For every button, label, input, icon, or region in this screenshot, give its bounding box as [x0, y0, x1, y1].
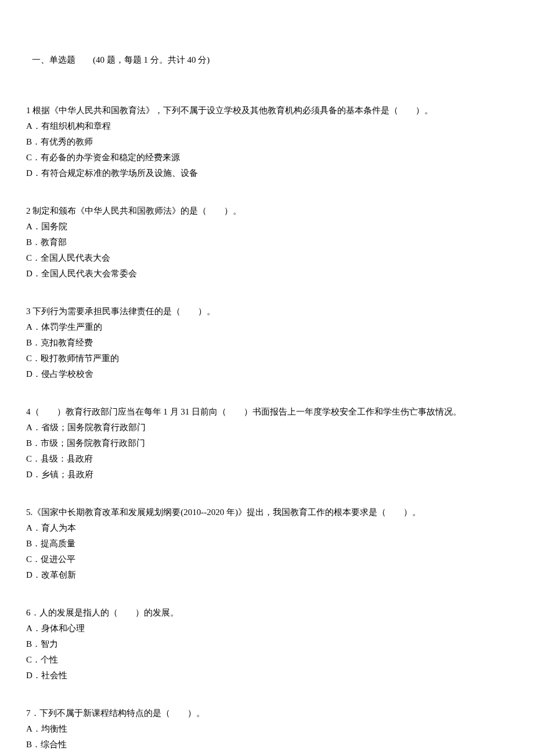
question-option: A．体罚学生严重的 — [26, 319, 508, 335]
question-option: B．克扣教育经费 — [26, 335, 508, 351]
question-option: B．智力 — [26, 636, 508, 652]
question-stem: 3 下列行为需要承担民事法律责任的是（ ）。 — [26, 304, 508, 319]
question-option: B．教育部 — [26, 235, 508, 250]
question-stem: 7．下列不属于新课程结构特点的是（ ）。 — [26, 705, 508, 721]
question-option: A．国务院 — [26, 219, 508, 235]
question-stem: 6．人的发展是指人的（ ）的发展。 — [26, 605, 508, 621]
question-option: A．有组织机构和章程 — [26, 118, 508, 134]
question-1: 1 根据《中华人民共和国教育法》，下列不属于设立学校及其他教育机构必须具备的基本… — [26, 103, 508, 181]
question-option: B．有优秀的教师 — [26, 134, 508, 150]
question-option: D．社会性 — [26, 668, 508, 683]
question-option: C．有必备的办学资金和稳定的经费来源 — [26, 150, 508, 165]
question-option: A．育人为本 — [26, 520, 508, 536]
question-5: 5.《国家中长期教育改革和发展规划纲要(2010--2020 年)》提出，我国教… — [26, 505, 508, 583]
question-6: 6．人的发展是指人的（ ）的发展。 A．身体和心理 B．智力 C．个性 D．社会… — [26, 605, 508, 683]
question-stem: 4（ ）教育行政部门应当在每年 1 月 31 日前向（ ）书面报告上一年度学校安… — [26, 404, 508, 420]
question-option: C．个性 — [26, 652, 508, 668]
question-4: 4（ ）教育行政部门应当在每年 1 月 31 日前向（ ）书面报告上一年度学校安… — [26, 404, 508, 483]
question-7: 7．下列不属于新课程结构特点的是（ ）。 A．均衡性 B．综合性 — [26, 705, 508, 753]
question-2: 2 制定和颁布《中华人民共和国教师法》的是（ ）。 A．国务院 B．教育部 C．… — [26, 203, 508, 282]
question-3: 3 下列行为需要承担民事法律责任的是（ ）。 A．体罚学生严重的 B．克扣教育经… — [26, 304, 508, 382]
question-option: B．市级；国务院教育行政部门 — [26, 435, 508, 451]
question-option: A．身体和心理 — [26, 621, 508, 636]
question-option: C．促进公平 — [26, 552, 508, 567]
question-option: D．全国人民代表大会常委会 — [26, 266, 508, 282]
question-option: A．均衡性 — [26, 721, 508, 737]
question-option: D．侵占学校校舍 — [26, 366, 508, 382]
question-option: B．提高质量 — [26, 536, 508, 552]
question-stem: 5.《国家中长期教育改革和发展规划纲要(2010--2020 年)》提出，我国教… — [26, 505, 508, 520]
question-option: D．乡镇；县政府 — [26, 467, 508, 483]
question-option: B．综合性 — [26, 737, 508, 753]
question-option: A．省级；国务院教育行政部门 — [26, 420, 508, 435]
section-title: 一、单选题 (40 题，每题 1 分。共计 40 分) — [26, 52, 508, 68]
question-option: D．有符合规定标准的教学场所及设施、设备 — [26, 165, 508, 181]
question-option: C．全国人民代表大会 — [26, 250, 508, 266]
question-stem: 1 根据《中华人民共和国教育法》，下列不属于设立学校及其他教育机构必须具备的基本… — [26, 103, 508, 118]
question-option: C．殴打教师情节严重的 — [26, 351, 508, 366]
question-option: C．县级：县政府 — [26, 451, 508, 467]
question-stem: 2 制定和颁布《中华人民共和国教师法》的是（ ）。 — [26, 203, 508, 219]
question-option: D．改革创新 — [26, 567, 508, 583]
